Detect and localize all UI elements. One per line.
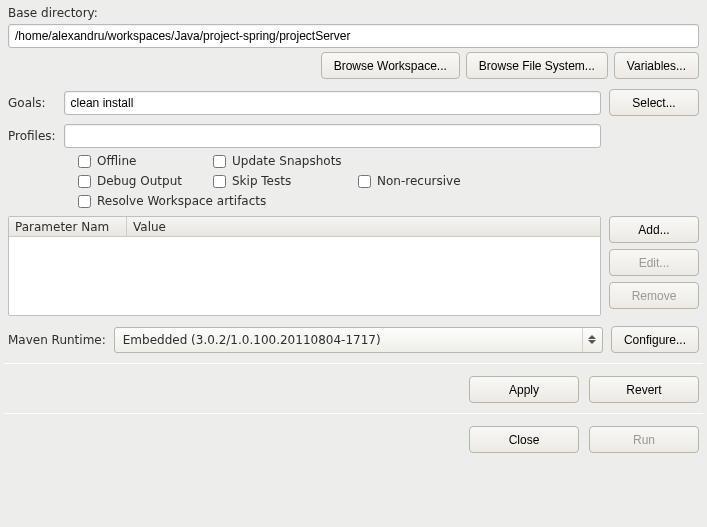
base-directory-input[interactable]	[8, 24, 699, 48]
variables-button[interactable]: Variables...	[614, 52, 699, 79]
maven-runtime-label: Maven Runtime:	[8, 333, 106, 347]
configure-runtime-button[interactable]: Configure...	[611, 326, 699, 353]
parameters-table[interactable]: Parameter Nam Value	[8, 216, 601, 316]
resolve-workspace-checkbox[interactable]: Resolve Workspace artifacts	[78, 194, 266, 208]
revert-button[interactable]: Revert	[589, 376, 699, 403]
column-parameter-name[interactable]: Parameter Nam	[9, 217, 127, 236]
column-value[interactable]: Value	[127, 217, 600, 236]
separator	[4, 413, 703, 414]
non-recursive-checkbox[interactable]: Non-recursive	[358, 174, 461, 188]
offline-checkbox-label: Offline	[97, 154, 136, 168]
apply-button[interactable]: Apply	[469, 376, 579, 403]
edit-parameter-button: Edit...	[609, 249, 699, 276]
run-button: Run	[589, 426, 699, 453]
profiles-label: Profiles:	[8, 129, 56, 143]
debug-output-checkbox[interactable]: Debug Output	[78, 174, 213, 188]
base-directory-label: Base directory:	[8, 6, 699, 20]
update-snapshots-checkbox-label: Update Snapshots	[232, 154, 342, 168]
remove-parameter-button: Remove	[609, 282, 699, 309]
browse-workspace-button[interactable]: Browse Workspace...	[321, 52, 460, 79]
update-snapshots-checkbox[interactable]: Update Snapshots	[213, 154, 358, 168]
non-recursive-checkbox-label: Non-recursive	[377, 174, 461, 188]
chevron-up-icon	[588, 335, 596, 339]
offline-checkbox[interactable]: Offline	[78, 154, 213, 168]
profiles-input[interactable]	[64, 124, 601, 148]
select-goals-button[interactable]: Select...	[609, 89, 699, 116]
debug-output-checkbox-label: Debug Output	[97, 174, 182, 188]
goals-label: Goals:	[8, 96, 56, 110]
skip-tests-checkbox[interactable]: Skip Tests	[213, 174, 358, 188]
close-button[interactable]: Close	[469, 426, 579, 453]
maven-runtime-combo[interactable]: Embedded (3.0.2/1.0.100.20110804-1717)	[114, 327, 603, 353]
resolve-workspace-checkbox-label: Resolve Workspace artifacts	[97, 194, 266, 208]
maven-runtime-value: Embedded (3.0.2/1.0.100.20110804-1717)	[123, 333, 582, 347]
add-parameter-button[interactable]: Add...	[609, 216, 699, 243]
chevron-down-icon	[588, 340, 596, 344]
browse-filesystem-button[interactable]: Browse File System...	[466, 52, 608, 79]
goals-input[interactable]	[64, 91, 601, 115]
skip-tests-checkbox-label: Skip Tests	[232, 174, 291, 188]
separator	[4, 363, 703, 364]
